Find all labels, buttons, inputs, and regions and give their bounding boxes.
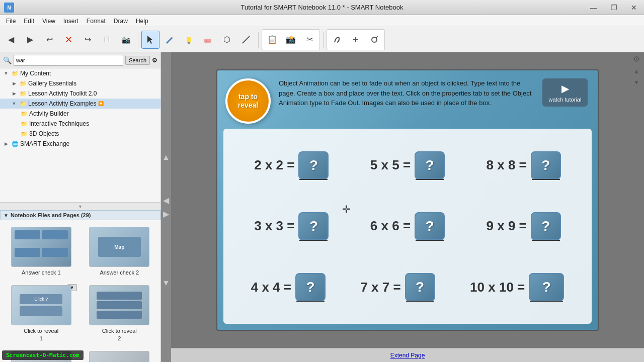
thumb-click-reveal-2[interactable]: Click to reveal2 [83,283,157,344]
thumb-label-click-2: Click to reveal2 [102,327,137,342]
tree-item-gallery[interactable]: ▶ 📁 Gallery Essentials [0,78,160,88]
thumb-color-reveal-2[interactable]: method 2 Color reveal -method 2 [83,348,157,362]
canvas-content: ✛ tap toreveal Object Animation can be s… [171,52,644,362]
up-arrow-icon[interactable]: ▲ [162,153,170,162]
math-grid: 2 x 2 = ? 5 x 5 = ? [223,129,592,324]
pen-tool[interactable] [160,31,179,49]
menubar: File Edit View Insert Format Draw Help [0,15,644,27]
equation-6: 9 x 9 = [487,218,527,234]
math-row-3: 4 x 4 = ? 7 x 7 = ? [233,259,582,316]
close-button[interactable]: ✕ [624,0,644,15]
maximize-button[interactable]: ❐ [604,0,624,15]
qmark-3: ? [541,157,550,173]
answer-box-7[interactable]: ? [295,273,326,301]
thumb-click-reveal-1[interactable]: ▼ Click ? Click to reveal1 [4,283,78,344]
tree-item-interactive[interactable]: 📁 Interactive Techniques [0,119,160,129]
capture-button[interactable]: 📷 [117,31,135,49]
line-tool[interactable] [237,31,255,49]
ink-tool-3[interactable] [365,31,383,49]
expand-icon-gallery: ▶ [10,79,18,87]
pointer-tool[interactable] [141,31,159,49]
ink-tool-1[interactable] [328,31,346,49]
separator-3 [323,32,324,48]
thumb-answer-check-1[interactable]: Answer check 1 [4,224,78,279]
section-header[interactable]: ▼ Notebook Files and Pages (29) [0,210,160,220]
down-arrow-icon[interactable]: ▼ [162,279,170,288]
right-settings-panel: ⚙ ▲ ▼ [629,52,644,88]
answer-box-8[interactable]: ? [405,273,435,301]
folder-icon-examples: 📁 [19,100,27,108]
back-button[interactable]: ◀ [2,31,20,49]
fullscreen-button[interactable]: 🖥 [98,31,116,49]
camera-tool[interactable]: 📸 [282,31,300,49]
arrow-up-icon[interactable]: ▲ [633,68,639,75]
math-row-1: 2 x 2 = ? 5 x 5 = ? [233,137,582,194]
expand-icon-toolkit: ▶ [10,89,18,98]
math-problem-1: 2 x 2 = ? [254,151,329,179]
menu-edit[interactable]: Edit [20,17,38,26]
menu-insert[interactable]: Insert [59,17,83,26]
folder-icon: 📁 [11,69,19,77]
svg-marker-0 [147,36,153,44]
qmark-4: ? [309,218,318,234]
forward-button[interactable]: ▶ [21,31,39,49]
eraser-tool[interactable] [199,31,217,49]
scissors-tool[interactable]: ✂ [300,31,318,49]
expand-icon-examples: ▼ [10,100,18,108]
right-arrow-icon[interactable]: ▶ [163,209,169,219]
answer-box-9[interactable]: ? [529,273,564,301]
answer-box-6[interactable]: ? [531,212,561,240]
qmark-8: ? [416,279,424,295]
main-layout: 🔍 Search ⚙ ▼ 📁 My Content ▶ 📁 Gallery Es… [0,52,644,362]
tree-item-examples[interactable]: ▼ 📁 Lesson Activity Examples 🔽 [0,99,160,109]
paste-tool[interactable]: 📋 [263,31,281,49]
tree-item-3d[interactable]: 📁 3D Objects [0,129,160,139]
sidebar: 🔍 Search ⚙ ▼ 📁 My Content ▶ 📁 Gallery Es… [0,52,161,362]
qmark-2: ? [426,157,434,173]
answer-box-4[interactable]: ? [298,212,329,240]
tree-item-smartexchange[interactable]: ▶ 🌐 SMART Exchange [0,139,160,149]
delete-red-button[interactable]: ✕ [59,31,77,49]
tree-label-smart: SMART Exchange [20,140,69,147]
search-options-icon[interactable]: ⚙ [152,57,157,64]
dropdown-icon-examples[interactable]: 🔽 [98,101,104,106]
answer-box-3[interactable]: ? [531,151,561,179]
tree-label-mycontent: My Content [20,70,51,77]
answer-box-2[interactable]: ? [415,151,445,179]
arrow-down-icon[interactable]: ▼ [633,79,639,86]
answer-box-1[interactable]: ? [298,151,329,179]
undo-button[interactable]: ↩ [40,31,58,49]
ink-tool-2[interactable] [347,31,365,49]
highlighter-tool[interactable] [180,31,198,49]
bottom-bar: Extend Page [171,348,644,362]
tree-item-activitybuilder[interactable]: 📁 Activity Builder [0,109,160,119]
tree-item-toolkit[interactable]: ▶ 📁 Lesson Activity Toolkit 2.0 [0,88,160,99]
tap-reveal-badge[interactable]: tap toreveal [225,78,271,124]
tree-item-mycontent[interactable]: ▼ 📁 My Content [0,68,160,78]
menu-draw[interactable]: Draw [110,17,132,26]
menu-file[interactable]: File [2,17,20,26]
search-button[interactable]: Search [125,56,150,65]
watch-tutorial-button[interactable]: ▶ watch tutorial [542,78,588,107]
math-problem-7: 4 x 4 = ? [251,273,326,301]
search-bar: 🔍 Search ⚙ [0,52,160,68]
titlebar: N Tutorial for SMART Notebook 11.0 * - S… [0,0,644,15]
settings-icon[interactable]: ⚙ [633,54,640,64]
answer-box-5[interactable]: ? [415,212,445,240]
svg-rect-4 [204,39,211,43]
menu-help[interactable]: Help [132,17,152,26]
folder-icon-activity: 📁 [20,110,28,118]
equation-4: 3 x 3 = [254,218,294,234]
redo-button[interactable]: ↪ [78,31,97,49]
thumb-label-answer-2: Answer check 2 [100,269,139,276]
extend-page-link[interactable]: Extend Page [390,352,425,359]
left-arrow-icon[interactable]: ◀ [163,196,169,205]
menu-format[interactable]: Format [83,17,110,26]
thumb-answer-check-2[interactable]: Map Answer check 2 [83,224,157,279]
search-input[interactable] [14,55,123,66]
equation-9: 10 x 10 = [470,280,525,295]
minimize-button[interactable]: — [584,0,604,15]
shapes-tool[interactable]: ⬡ [218,31,236,49]
tree-label-gallery: Gallery Essentials [28,80,76,87]
menu-view[interactable]: View [38,17,59,26]
